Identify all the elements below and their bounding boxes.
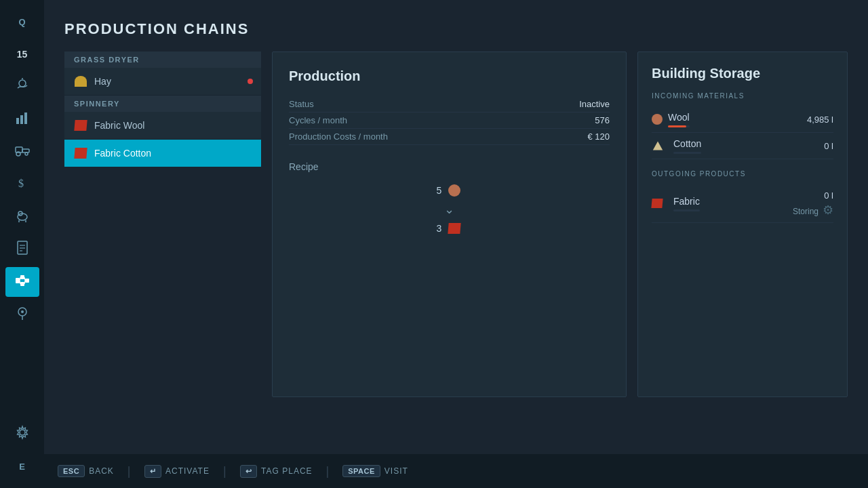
wool-progress-fill (668, 125, 686, 127)
production-title: Production (289, 68, 610, 84)
hay-status-dot (248, 79, 253, 84)
bottom-bar: ESC BACK | ↵ ACTIVATE | ↩ TAG PLACE | SP… (44, 454, 868, 488)
e-icon: E (19, 462, 25, 472)
svg-rect-18 (16, 278, 20, 283)
key-action-visit[interactable]: SPACE VISIT (342, 465, 408, 477)
tractor-icon (14, 144, 31, 160)
sep-1: | (127, 464, 131, 479)
sidebar-item-weather[interactable] (5, 72, 39, 102)
svg-point-29 (20, 430, 25, 435)
wool-progress-bar (668, 125, 690, 127)
wool-storage-icon (652, 114, 663, 125)
visit-label: VISIT (384, 466, 408, 476)
sidebar-item-settings[interactable] (5, 419, 39, 449)
material-fabric: Fabric 0 l Storing ⚙ (652, 184, 833, 223)
fabric-name: Fabric (673, 196, 700, 207)
svg-text:$: $ (18, 178, 24, 189)
sidebar-item-map[interactable] (5, 300, 39, 329)
wool-name: Wool (668, 112, 690, 123)
activate-key-badge: ↵ (144, 465, 162, 478)
production-panel: Production Status Inactive Cycles / mont… (272, 52, 627, 397)
svg-rect-3 (20, 115, 23, 124)
dollar-icon: $ (16, 176, 29, 194)
stat-costs-value: € 120 (587, 131, 610, 142)
fabric-storing-label: Storing (793, 207, 818, 216)
fabric-storage-icon (652, 199, 663, 208)
material-wool-info: Wool (668, 111, 690, 127)
sidebar: Q 15 $ (0, 0, 44, 488)
sidebar-item-e[interactable]: E (5, 451, 39, 481)
storage-title: Building Storage (652, 66, 833, 81)
key-action-activate[interactable]: ↵ ACTIVATE (144, 465, 210, 478)
recipe-input-1: 5 (437, 183, 462, 198)
material-wool-left: Wool (652, 111, 690, 127)
fabric-cotton-icon (74, 146, 87, 160)
fabric-right: 0 l Storing ⚙ (793, 189, 833, 218)
sidebar-item-calendar[interactable]: 15 (5, 39, 39, 69)
back-label: BACK (89, 466, 114, 476)
production-chains-icon (15, 273, 30, 291)
chain-item-hay[interactable]: Hay (64, 68, 261, 96)
chain-item-fabric-wool-label: Fabric Wool (94, 120, 144, 131)
svg-rect-19 (20, 275, 24, 279)
key-action-tag[interactable]: ↩ TAG PLACE (240, 465, 313, 478)
svg-point-8 (25, 152, 28, 155)
material-fabric-info: Fabric (673, 195, 700, 211)
sidebar-item-contracts[interactable] (5, 235, 39, 264)
stat-costs: Production Costs / month € 120 (289, 129, 610, 145)
fabric-progress-bar (673, 209, 700, 211)
svg-rect-6 (22, 149, 29, 152)
sidebar-item-stats[interactable] (5, 104, 39, 134)
svg-rect-4 (24, 113, 27, 124)
activate-label: ACTIVATE (165, 466, 210, 476)
stats-icon (16, 111, 29, 128)
wool-amount: 4,985 l (807, 115, 833, 125)
sep-2: | (223, 464, 226, 479)
sidebar-item-tractor[interactable] (5, 137, 39, 167)
recipe-output-amount: 3 (437, 223, 442, 234)
content-row: GRASS DRYER Hay SPINNERY Fabric Wool Fa (64, 52, 848, 397)
svg-point-27 (21, 310, 24, 313)
weather-icon (15, 78, 30, 96)
chain-item-fabric-cotton[interactable]: Fabric Cotton (64, 140, 261, 167)
svg-line-23 (20, 281, 20, 284)
visit-key-badge: SPACE (342, 465, 380, 477)
stat-cycles-label: Cycles / month (289, 115, 347, 125)
esc-key-badge: ESC (58, 465, 85, 477)
calendar-icon: 15 (17, 49, 28, 60)
cotton-progress-bar (673, 152, 701, 154)
section-grass-dryer: GRASS DRYER (64, 52, 261, 68)
settings-gear-icon (15, 425, 30, 443)
recipe-diagram: 5 ⌄ 3 (289, 183, 610, 236)
sidebar-item-money[interactable]: $ (5, 169, 39, 199)
sep-3: | (326, 464, 330, 479)
recipe-wool-icon (447, 183, 462, 198)
key-action-esc[interactable]: ESC BACK (58, 465, 114, 477)
hay-icon (74, 75, 87, 88)
cotton-storage-icon (652, 140, 664, 151)
svg-rect-2 (16, 118, 19, 124)
stat-costs-label: Production Costs / month (289, 131, 388, 142)
sidebar-item-q[interactable]: Q (5, 7, 39, 37)
sidebar-item-animals[interactable] (5, 202, 39, 232)
q-icon: Q (18, 17, 25, 27)
outgoing-label: OUTGOING PRODUCTS (652, 170, 833, 178)
recipe-arrow: ⌄ (444, 202, 454, 217)
animals-icon (15, 209, 30, 226)
svg-line-24 (24, 277, 25, 281)
recipe-fabric-icon (447, 221, 462, 236)
material-fabric-left: Fabric (652, 195, 700, 211)
fabric-amount: 0 l (824, 190, 833, 201)
svg-line-25 (24, 281, 25, 284)
main-content: PRODUCTION CHAINS GRASS DRYER Hay SPINNE… (44, 0, 868, 488)
stat-status: Status Inactive (289, 96, 610, 113)
sidebar-item-production[interactable] (5, 267, 39, 297)
map-icon (16, 306, 29, 323)
chain-item-fabric-wool[interactable]: Fabric Wool (64, 112, 261, 140)
fabric-gear-icon[interactable]: ⚙ (823, 203, 833, 218)
material-cotton-info: Cotton (673, 138, 701, 154)
stat-cycles-value: 576 (595, 115, 610, 125)
recipe-label: Recipe (289, 161, 610, 172)
svg-rect-20 (20, 282, 24, 286)
chain-item-hay-label: Hay (94, 76, 111, 87)
